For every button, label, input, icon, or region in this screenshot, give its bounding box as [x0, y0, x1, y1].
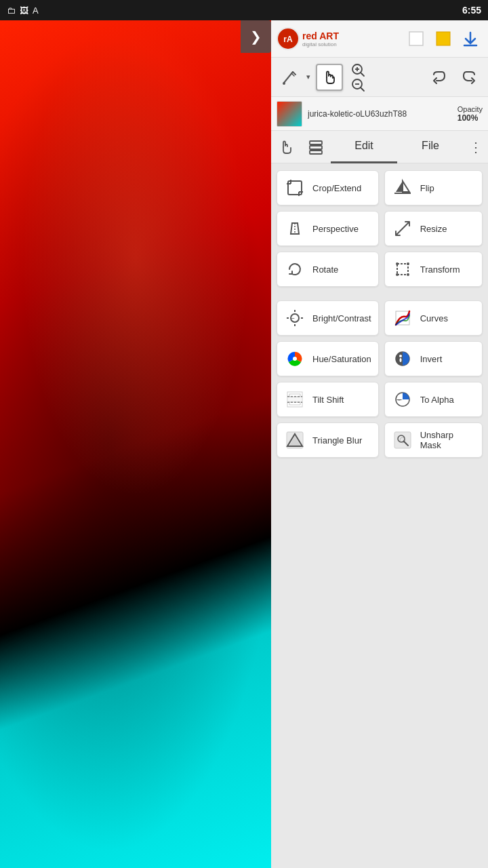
hand-nav-button[interactable] [271, 131, 301, 163]
opacity-label: Opacity [458, 105, 483, 113]
unsharp-mask-label: Unsharp Mask [420, 430, 475, 450]
edit-content: Crop/Extend Flip [271, 163, 488, 868]
tab-file[interactable]: File [397, 131, 464, 163]
folder-icon: 🗀 [7, 5, 16, 16]
resize-icon [392, 218, 413, 239]
crop-extend-button[interactable]: Crop/Extend [277, 170, 379, 205]
svg-rect-46 [287, 397, 302, 402]
image-icon: 🖼 [20, 5, 28, 16]
redo-button[interactable] [455, 64, 483, 91]
triangleblur-icon [284, 429, 306, 451]
hue-saturation-button[interactable]: Hue/Saturation [277, 341, 379, 376]
bright-contrast-button[interactable]: Bright/Contrast [277, 300, 379, 336]
brightness-icon [284, 307, 306, 329]
face-overlay [0, 20, 271, 868]
curves-button[interactable]: Curves [384, 300, 483, 336]
svg-marker-22 [403, 181, 409, 192]
svg-point-39 [293, 357, 297, 361]
nav-row: Edit File ⋮ [271, 131, 488, 163]
svg-rect-2 [409, 32, 423, 45]
toalpha-icon [392, 389, 413, 410]
transform-button[interactable]: Transform [384, 252, 483, 287]
resize-label: Resize [420, 224, 447, 234]
download-button[interactable] [458, 26, 483, 51]
svg-point-42 [399, 358, 401, 362]
unsharp-mask-button[interactable]: Unsharp Mask [384, 422, 483, 458]
svg-rect-27 [397, 264, 408, 275]
brush-dropdown-arrow[interactable]: ▾ [306, 73, 310, 81]
crop-extend-label: Crop/Extend [312, 183, 361, 193]
rotate-icon [284, 258, 306, 280]
flip-button[interactable]: Flip [384, 170, 483, 205]
photo-background [0, 20, 271, 868]
svg-line-12 [361, 87, 364, 91]
status-time: 6:55 [462, 5, 481, 16]
svg-point-28 [396, 262, 399, 265]
unsharpmask-icon [392, 429, 413, 451]
triangle-blur-label: Triangle Blur [312, 435, 362, 446]
invert-icon [392, 348, 413, 370]
opacity-value: 100% [458, 113, 483, 123]
invert-label: Invert [420, 354, 443, 364]
white-canvas-button[interactable] [404, 26, 428, 51]
perspective-icon [284, 218, 306, 239]
section-divider [277, 292, 483, 295]
resize-button[interactable]: Resize [384, 211, 483, 246]
layer-thumbnail [277, 101, 302, 127]
to-alpha-button[interactable]: To Alpha [384, 382, 483, 417]
top-toolbar: rA red ART digital solution [271, 20, 488, 58]
layers-nav-button[interactable] [301, 131, 331, 163]
undo-redo-group [426, 64, 483, 91]
transform-label: Transform [420, 264, 460, 275]
app-name-text: red ART digital solution [302, 31, 339, 47]
opacity-display: Opacity 100% [458, 105, 483, 123]
tiltshift-icon [284, 389, 306, 410]
svg-point-5 [283, 82, 285, 85]
crop-icon [284, 177, 306, 199]
svg-rect-3 [436, 32, 450, 45]
tilt-shift-label: Tilt Shift [312, 395, 344, 405]
svg-rect-13 [310, 141, 322, 144]
to-alpha-label: To Alpha [420, 395, 454, 405]
layer-name: jurica-koletic-oLU63uzhT88 [308, 109, 452, 119]
undo-button[interactable] [426, 64, 453, 91]
svg-point-30 [396, 273, 399, 276]
zoom-out-button[interactable] [348, 78, 367, 92]
perspective-button[interactable]: Perspective [277, 211, 379, 246]
right-panel: rA red ART digital solution [271, 20, 488, 868]
edit-buttons-grid: Crop/Extend Flip [277, 170, 483, 458]
flip-label: Flip [420, 183, 434, 193]
transform-icon [392, 258, 413, 280]
svg-line-9 [361, 73, 364, 76]
svg-rect-14 [310, 146, 322, 149]
arrow-right-icon: ❯ [250, 28, 262, 45]
rotate-label: Rotate [312, 264, 338, 275]
flip-icon [392, 177, 413, 199]
collapse-panel-button[interactable]: ❯ [241, 20, 271, 53]
hue-icon [284, 348, 306, 370]
svg-marker-21 [396, 181, 403, 192]
svg-rect-15 [310, 151, 322, 154]
svg-point-41 [399, 355, 402, 357]
logo-icon: rA [277, 27, 300, 50]
nav-more-button[interactable]: ⋮ [464, 131, 488, 163]
hand-tool-button[interactable] [316, 64, 343, 91]
perspective-label: Perspective [312, 224, 359, 234]
svg-line-26 [396, 222, 409, 235]
tilt-shift-button[interactable]: Tilt Shift [277, 382, 379, 417]
canvas-area [0, 20, 271, 868]
zoom-in-button[interactable] [348, 63, 367, 77]
invert-button[interactable]: Invert [384, 341, 483, 376]
svg-point-29 [407, 262, 409, 265]
layer-row: jurica-koletic-oLU63uzhT88 Opacity 100% [271, 97, 488, 131]
triangle-blur-button[interactable]: Triangle Blur [277, 422, 379, 458]
brush-tool-button[interactable] [277, 64, 304, 91]
curves-label: Curves [420, 313, 448, 323]
hue-saturation-label: Hue/Saturation [312, 354, 371, 364]
status-bar: 🗀 🖼 A 6:55 [0, 0, 488, 20]
svg-text:rA: rA [283, 35, 293, 44]
svg-point-31 [407, 273, 409, 276]
rotate-button[interactable]: Rotate [277, 252, 379, 287]
tab-edit[interactable]: Edit [331, 131, 397, 163]
yellow-canvas-button[interactable] [431, 26, 455, 51]
